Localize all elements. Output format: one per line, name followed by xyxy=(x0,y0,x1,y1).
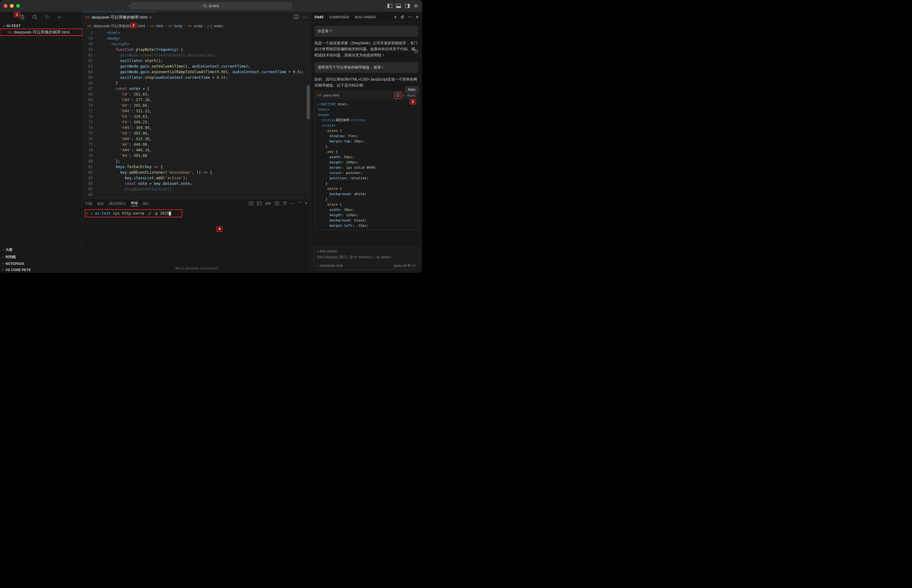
terminal-tab[interactable]: 终端 xyxy=(131,201,138,206)
notepads-panel[interactable]: ›NOTEPADS xyxy=(0,260,82,267)
assistant-message: 好的，我可以帮你用HTML+CSS+JavaScript实现一个简单的网页钢琴键… xyxy=(314,77,418,230)
project-name: AI-TEST xyxy=(6,24,21,27)
ports-tab[interactable]: 端口 xyxy=(143,201,150,206)
bugfinder-tab[interactable]: BUG FINDER xyxy=(355,15,376,19)
command-center[interactable]: ai-test xyxy=(130,2,292,10)
breadcrumb[interactable]: <> deepseek-可以弹奏的钢琴.html› <>html› <>body… xyxy=(82,23,310,29)
close-icon[interactable]: × xyxy=(416,15,418,19)
chevron-right-icon: › xyxy=(2,268,4,271)
annotation-badge-2: 2 xyxy=(410,99,416,105)
chevron-right-icon: › xyxy=(2,255,4,258)
problems-tab[interactable]: 问题 xyxy=(85,201,92,206)
close-icon[interactable]: × xyxy=(305,201,307,206)
layout-left-icon[interactable] xyxy=(387,3,392,8)
files-icon[interactable] xyxy=(20,15,25,19)
editor-area: <> deepseek-可以弹奏的钢琴.html × ⋯ <> deepseek… xyxy=(82,12,310,273)
close-icon[interactable]: × xyxy=(149,15,152,20)
new-chat-icon[interactable]: + xyxy=(394,15,397,19)
copy-icon[interactable] xyxy=(395,93,401,98)
sidebar-bottom-panels: ›大纲 ›时间线 ›NOTEPADS ›VS CODE PETS xyxy=(0,246,82,273)
copy-icon[interactable] xyxy=(414,50,418,56)
sidebar: ⌄ AI-TEST <> deepseek-可以弹奏的钢琴.html 1 ›大纲… xyxy=(0,12,82,273)
html-file-icon: <> xyxy=(85,15,90,19)
code-editor[interactable]: 2334953616263646566676869707172737475767… xyxy=(82,29,310,199)
element-icon: <> xyxy=(150,24,154,28)
outline-panel[interactable]: ›大纲 xyxy=(0,246,82,254)
chat-body[interactable]: 你是谁？ 我是一个由深度求索（DeepSeek）公司开发的智能助手，专门设计来帮… xyxy=(311,23,422,244)
file-tree-item[interactable]: <> deepseek-可以弹奏的钢琴.html xyxy=(0,29,82,36)
chevron-down-icon[interactable] xyxy=(57,15,62,19)
more-icon[interactable]: ⋯ xyxy=(291,201,295,206)
run-icon[interactable] xyxy=(45,15,50,19)
code-block: <> piano.html ▷ Apply 2 <!DOCTYPE html> … xyxy=(314,91,418,230)
main-layout: ⌄ AI-TEST <> deepseek-可以弹奏的钢琴.html 1 ›大纲… xyxy=(0,12,422,273)
user-message: 你是谁？ xyxy=(314,26,418,37)
html-file-icon: <> xyxy=(87,24,92,28)
more-icon[interactable]: ⋯ xyxy=(408,15,412,19)
svg-rect-17 xyxy=(258,202,261,205)
command-hint: ⌘K to generate a command xyxy=(82,265,310,273)
split-icon[interactable] xyxy=(294,14,299,19)
debug-console-tab[interactable]: 调试控制台 xyxy=(109,201,126,206)
history-icon[interactable]: ↺ xyxy=(400,15,404,19)
titlebar: ← → ai-test xyxy=(0,0,422,12)
tab-filename: deepseek-可以弹奏的钢琴.html xyxy=(92,15,147,20)
explorer: ⌄ AI-TEST <> deepseek-可以弹奏的钢琴.html 1 xyxy=(0,22,82,246)
terminal-icon[interactable] xyxy=(257,201,261,206)
ai-panel: CHAT COMPOSER BUG FINDER + ↺ ⋯ × 你是谁？ 我是… xyxy=(310,12,422,273)
add-context[interactable]: + Add context xyxy=(317,249,416,253)
terminal-actions: zsh ⋯ ⌃ × xyxy=(249,201,307,206)
chevron-up-icon[interactable]: ⌃ xyxy=(298,201,301,206)
terminal-body[interactable]: ○ → ai-test npx http-serve ./ -p 2025 4 xyxy=(82,208,310,265)
scrollbar-thumb[interactable] xyxy=(307,85,310,120)
more-icon[interactable]: ⋯ xyxy=(302,14,307,20)
user-message: 请帮我写个可以弹奏的钢琴键盘，谢谢！ xyxy=(314,62,418,73)
svg-point-0 xyxy=(204,5,206,7)
gear-icon[interactable] xyxy=(413,3,418,8)
explorer-header[interactable]: ⌄ AI-TEST xyxy=(0,22,82,29)
split-icon[interactable] xyxy=(275,201,279,206)
minimize-window[interactable] xyxy=(10,4,14,8)
editor-tab[interactable]: <> deepseek-可以弹奏的钢琴.html × xyxy=(82,12,155,23)
chevron-right-icon: › xyxy=(2,262,4,265)
window: ← → ai-test ⌄ AI-TEST xyxy=(0,0,422,273)
timeline-panel[interactable]: ›时间线 xyxy=(0,254,82,260)
svg-line-12 xyxy=(36,18,37,19)
editor-tabs: <> deepseek-可以弹奏的钢琴.html × ⋯ xyxy=(82,12,310,23)
titlebar-actions xyxy=(387,3,418,8)
svg-rect-5 xyxy=(397,6,401,8)
code-block-body: <!DOCTYPE html> <html> <head> <title>网页钢… xyxy=(315,100,418,230)
variable-icon: [∘] xyxy=(207,24,212,28)
apply-button[interactable]: Apply xyxy=(405,86,418,93)
trash-icon[interactable] xyxy=(283,201,287,206)
scrollbar[interactable] xyxy=(306,29,310,199)
run-icon[interactable]: ▷ xyxy=(403,93,405,98)
code-block-header: <> piano.html ▷ Apply xyxy=(315,91,418,100)
terminal-panel: 问题 输出 调试控制台 终端 端口 zsh ⋯ ⌃ × xyxy=(82,199,310,273)
composer-tab[interactable]: COMPOSER xyxy=(329,15,349,19)
output-tab[interactable]: 输出 xyxy=(97,201,104,206)
shell-name[interactable]: zsh xyxy=(265,201,271,206)
svg-rect-7 xyxy=(408,4,410,8)
split-icon[interactable] xyxy=(249,201,253,206)
apply-all-button[interactable]: apply all ⌘⇧↵ xyxy=(394,263,416,268)
layout-right-icon[interactable] xyxy=(405,3,410,8)
search-icon[interactable] xyxy=(32,15,37,19)
annotation-badge-3: 3 xyxy=(130,23,136,28)
layout-bottom-icon[interactable] xyxy=(396,3,401,8)
maximize-window[interactable] xyxy=(16,4,20,8)
apply-label[interactable]: Apply xyxy=(407,93,416,98)
sidebar-top-icons xyxy=(0,12,82,22)
input-placeholder: Ask followup (⌘Y), @ to mention, ↑ to se… xyxy=(317,255,416,259)
search-icon xyxy=(203,4,207,8)
chat-input[interactable]: + Add context Ask followup (⌘Y), @ to me… xyxy=(313,247,420,270)
annotation-badge-4: 4 xyxy=(216,226,223,232)
close-window[interactable] xyxy=(4,4,7,8)
model-selector[interactable]: ⌄ deepseek-chat xyxy=(317,263,343,268)
vscode-pets-panel[interactable]: ›VS CODE PETS xyxy=(0,267,82,273)
chat-tab[interactable]: CHAT xyxy=(314,15,324,19)
html-file-icon: <> xyxy=(7,30,12,34)
code-content: <html> <body> <script> function playNote… xyxy=(98,29,310,199)
svg-point-11 xyxy=(33,15,36,18)
element-icon: <> xyxy=(188,24,192,28)
